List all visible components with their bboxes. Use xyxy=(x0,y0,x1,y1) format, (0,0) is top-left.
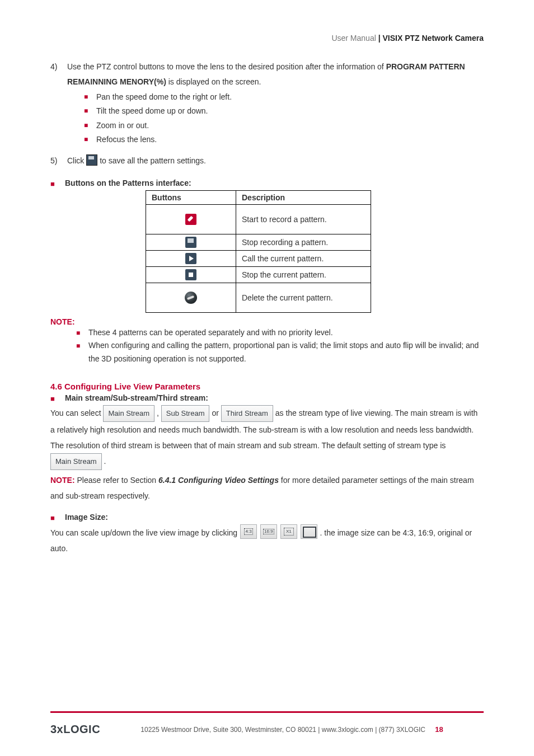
cell-button xyxy=(146,283,236,312)
text: You can select xyxy=(50,408,103,417)
patterns-heading: ■ Buttons on the Patterns interface: xyxy=(50,179,484,188)
page-footer: 3xLOGIC 10225 Westmoor Drive, Suite 300,… xyxy=(50,711,484,736)
third-stream-chip: Third Stream xyxy=(221,405,273,422)
section-4-6-title: Configuring Live View Parameters xyxy=(62,382,200,391)
bullet-square-icon: ■ xyxy=(84,119,96,132)
step-5-body: Click to save all the pattern settings. xyxy=(67,153,484,168)
table-row: Start to record a pattern. xyxy=(146,204,371,234)
aspect-x1-icon: X1 xyxy=(280,524,297,539)
sub-stream-chip: Sub Stream xyxy=(161,405,210,422)
step-5: 5) Click to save all the pattern setting… xyxy=(50,153,484,168)
aspect-x1-label: X1 xyxy=(284,528,294,536)
bullet-square-icon: ■ xyxy=(50,393,65,403)
footer-text: 10225 Westmoor Drive, Suite 300, Westmin… xyxy=(100,725,484,734)
list-item: ■When configuring and calling the patter… xyxy=(76,339,484,366)
streams-heading: ■ Main stream/Sub-stream/Third stream: xyxy=(50,393,484,403)
step-4-text-b: is displayed on the screen. xyxy=(168,77,261,86)
note-item-text: These 4 patterns can be operated separat… xyxy=(88,326,484,340)
streams-paragraph: You can select Main Stream , Sub Stream … xyxy=(50,405,484,470)
aspect-16-9-icon: 16:9 xyxy=(260,524,277,539)
image-size-paragraph: You can scale up/down the live view imag… xyxy=(50,524,484,556)
header-bold: | VISIX PTZ Network Camera xyxy=(376,34,484,43)
table-row: Call the current pattern. xyxy=(146,250,371,266)
bullet-text: Refocus the lens. xyxy=(96,133,157,147)
save-icon xyxy=(86,154,97,166)
play-icon xyxy=(185,253,196,264)
step-4-num: 4) xyxy=(50,59,67,148)
note-inline-label: NOTE: xyxy=(50,476,75,485)
footer-address: 10225 Westmoor Drive, Suite 300, Westmin… xyxy=(140,726,425,734)
cell-desc: Call the current pattern. xyxy=(236,250,371,266)
table-row: Delete the current pattern. xyxy=(146,283,371,312)
stop-icon xyxy=(185,269,196,280)
aspect-auto-icon xyxy=(301,524,317,539)
bullet-square-icon: ■ xyxy=(84,104,96,118)
cell-desc: Stop recording a pattern. xyxy=(236,234,371,250)
bullet-square-icon: ■ xyxy=(76,339,88,351)
header-grey: User Manual xyxy=(331,34,376,43)
text: , xyxy=(157,408,161,417)
bullet-square-icon: ■ xyxy=(84,90,96,104)
list-item: ■These 4 patterns can be operated separa… xyxy=(76,326,484,340)
aspect-auto-label xyxy=(303,527,316,538)
section-reference: 6.4.1 Configuring Video Settings xyxy=(158,476,279,485)
cell-desc: Start to record a pattern. xyxy=(236,204,371,234)
logo: 3xLOGIC xyxy=(50,723,100,736)
record-icon xyxy=(185,214,196,225)
bullet-square-icon: ■ xyxy=(76,326,88,339)
step-4-body: Use the PTZ control buttons to move the … xyxy=(67,59,484,148)
delete-icon xyxy=(185,292,197,304)
section-4-6-heading: 4.6 Configuring Live View Parameters xyxy=(50,382,484,391)
text: . xyxy=(104,457,106,466)
table-row: Stop the current pattern. xyxy=(146,266,371,283)
section-4-6-num: 4.6 xyxy=(50,382,62,391)
note-list: ■These 4 patterns can be operated separa… xyxy=(76,326,484,366)
th-description: Description xyxy=(236,190,371,204)
bullet-text: Tilt the speed dome up or down. xyxy=(96,104,208,118)
th-buttons: Buttons xyxy=(146,190,236,204)
list-item: ■Zoom in or out. xyxy=(84,119,484,133)
aspect-4-3-icon: 4:3 xyxy=(240,524,257,539)
step-5-post: to save all the pattern settings. xyxy=(100,156,206,165)
table-header-row: Buttons Description xyxy=(146,190,371,204)
step-4-bullets: ■Pan the speed dome to the right or left… xyxy=(84,90,484,147)
bullet-text: Pan the speed dome to the right or left. xyxy=(96,90,232,104)
step-5-pre: Click xyxy=(67,156,86,165)
list-item: ■Tilt the speed dome up or down. xyxy=(84,104,484,118)
bullet-square-icon: ■ xyxy=(50,513,65,522)
list-item: ■Refocus the lens. xyxy=(84,133,484,147)
note-item-text: When configuring and calling the pattern… xyxy=(88,339,484,366)
aspect-16-9-label: 16:9 xyxy=(263,529,274,534)
list-item: ■Pan the speed dome to the right or left… xyxy=(84,90,484,104)
cell-desc: Delete the current pattern. xyxy=(236,283,371,312)
aspect-4-3-label: 4:3 xyxy=(244,528,253,535)
text: Please refer to Section xyxy=(77,476,158,485)
streams-heading-text: Main stream/Sub-stream/Third stream: xyxy=(65,393,208,402)
main-stream-chip: Main Stream xyxy=(103,405,154,422)
bullet-text: Zoom in or out. xyxy=(96,119,149,133)
text: You can scale up/down the live view imag… xyxy=(50,528,240,537)
cell-button xyxy=(146,234,236,250)
cell-desc: Stop the current pattern. xyxy=(236,266,371,283)
page-header: User Manual | VISIX PTZ Network Camera xyxy=(50,34,484,43)
note-label: NOTE: xyxy=(50,317,484,326)
step-4: 4) Use the PTZ control buttons to move t… xyxy=(50,59,484,148)
page-number: 18 xyxy=(435,725,443,734)
image-size-heading: ■ Image Size: xyxy=(50,513,484,522)
logo-text: 3xLOGIC xyxy=(50,723,100,735)
cell-button xyxy=(146,266,236,283)
table-row: Stop recording a pattern. xyxy=(146,234,371,250)
bullet-square-icon: ■ xyxy=(50,179,65,188)
bullet-square-icon: ■ xyxy=(84,133,96,146)
text: or xyxy=(212,408,221,417)
streams-note: NOTE: Please refer to Section 6.4.1 Conf… xyxy=(50,472,484,504)
step-4-text-a: Use the PTZ control buttons to move the … xyxy=(67,62,386,71)
cell-button xyxy=(146,250,236,266)
image-size-heading-text: Image Size: xyxy=(65,513,108,522)
step-5-num: 5) xyxy=(50,153,67,168)
cell-button xyxy=(146,204,236,234)
stop-record-icon xyxy=(185,237,196,248)
patterns-table: Buttons Description Start to record a pa… xyxy=(146,190,371,313)
main-stream-chip-2: Main Stream xyxy=(50,453,102,470)
patterns-heading-text: Buttons on the Patterns interface: xyxy=(65,179,191,187)
